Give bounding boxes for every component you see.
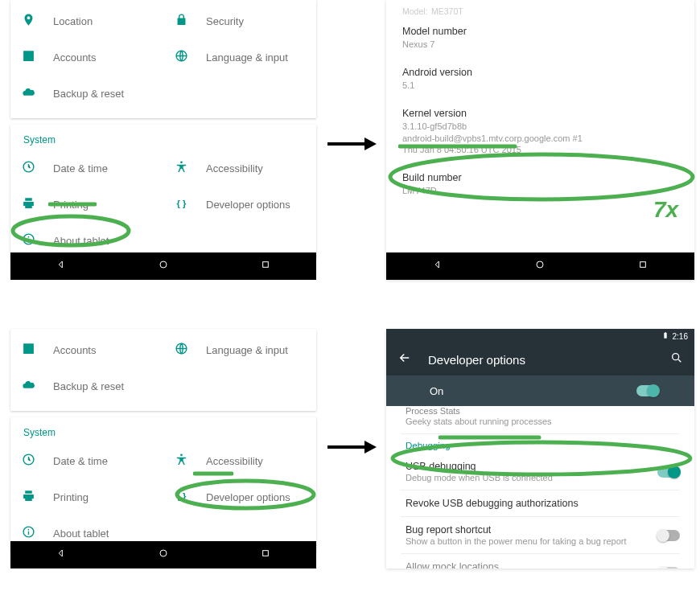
statusbar: 2:16 bbox=[386, 329, 694, 343]
info-icon bbox=[22, 525, 35, 542]
setting-backup[interactable]: Backup & reset bbox=[10, 76, 163, 112]
info-sub: 3.1.10-gf5d7b8b bbox=[402, 121, 678, 133]
nav-back-icon[interactable] bbox=[431, 258, 444, 274]
setting-label: Accounts bbox=[53, 51, 96, 64]
navbar bbox=[10, 252, 316, 280]
info-sub: Nexus 7 bbox=[402, 39, 678, 51]
printer-icon bbox=[22, 196, 35, 213]
back-arrow-icon[interactable] bbox=[397, 351, 412, 368]
usb-debugging-toggle[interactable] bbox=[657, 466, 680, 478]
settings-panel-2: Accounts Language & input Backup & reset… bbox=[10, 329, 316, 568]
info-title: Model number bbox=[402, 26, 678, 37]
about-panel: Model: ME370T Model number Nexus 7 Andro… bbox=[386, 0, 694, 280]
setting-label: Backup & reset bbox=[53, 88, 124, 100]
appbar-title: Developer options bbox=[428, 353, 670, 367]
braces-icon bbox=[175, 489, 188, 506]
dev-title: Revoke USB debugging authorizations bbox=[406, 498, 680, 509]
braces-icon bbox=[175, 196, 188, 213]
nav-back-icon[interactable] bbox=[55, 258, 68, 274]
dev-sub: Debug mode when USB is connected bbox=[406, 473, 657, 482]
lock-icon bbox=[175, 13, 188, 30]
nav-home-icon[interactable] bbox=[157, 258, 170, 274]
setting-language[interactable]: Language & input bbox=[163, 332, 316, 368]
annot-7x-label: 7x bbox=[653, 197, 678, 223]
setting-security[interactable]: Security bbox=[163, 3, 316, 39]
dev-sub: Geeky stats about running processes bbox=[406, 417, 680, 426]
setting-accessibility[interactable]: Accessibility bbox=[163, 150, 316, 187]
info-title: Build number bbox=[402, 172, 678, 183]
nav-home-icon[interactable] bbox=[533, 258, 546, 274]
setting-label: Developer options bbox=[206, 199, 290, 211]
clock-icon bbox=[22, 160, 35, 177]
setting-label: Location bbox=[53, 15, 93, 27]
globe-icon bbox=[175, 342, 188, 359]
section-header-system: System bbox=[10, 125, 316, 150]
bug-report-toggle[interactable] bbox=[657, 530, 680, 541]
setting-datetime[interactable]: Date & time bbox=[10, 150, 163, 187]
cloud-icon bbox=[22, 85, 35, 102]
accessibility-icon bbox=[175, 160, 188, 177]
setting-accessibility[interactable]: Accessibility bbox=[163, 443, 316, 479]
setting-label: Printing bbox=[53, 199, 89, 211]
setting-label: About tablet bbox=[53, 235, 109, 247]
navbar bbox=[386, 252, 694, 280]
setting-backup[interactable]: Backup & reset bbox=[10, 368, 163, 404]
setting-devoptions[interactable]: Developer options bbox=[163, 187, 316, 223]
dev-title-cut: Process Stats bbox=[406, 406, 680, 416]
clock-icon bbox=[22, 453, 35, 470]
svg-marker-11 bbox=[364, 137, 377, 150]
info-build-number[interactable]: Build number LMY47D bbox=[402, 164, 678, 205]
info-kernel-version[interactable]: Kernel version 3.1.10-gf5d7b8b android-b… bbox=[402, 100, 678, 165]
setting-location[interactable]: Location bbox=[10, 3, 163, 39]
nav-recent-icon[interactable] bbox=[636, 258, 649, 274]
setting-label: About tablet bbox=[53, 527, 109, 540]
setting-label: Accessibility bbox=[206, 162, 263, 174]
info-sub: android-build@vpbs1.mtv.corp.google.com … bbox=[402, 133, 678, 145]
setting-label: Developer options bbox=[206, 491, 290, 503]
model-header: Model: bbox=[402, 6, 428, 16]
setting-printing[interactable]: Printing bbox=[10, 187, 163, 223]
search-icon[interactable] bbox=[670, 351, 683, 367]
info-model-number[interactable]: Model number Nexus 7 bbox=[402, 18, 678, 59]
master-toggle-row[interactable]: On bbox=[386, 376, 694, 406]
nav-home-icon[interactable] bbox=[157, 547, 170, 563]
info-sub: Thu Jan 8 04:50:16 UTC 2015 bbox=[402, 144, 678, 156]
nav-recent-icon[interactable] bbox=[259, 547, 272, 563]
setting-accounts[interactable]: Accounts bbox=[10, 332, 163, 368]
dev-usb-debugging[interactable]: USB debugging Debug mode when USB is con… bbox=[401, 454, 680, 490]
arrow-1 bbox=[326, 135, 378, 153]
section-header-system: System bbox=[10, 417, 316, 443]
dev-title: Allow mock locations bbox=[406, 561, 657, 568]
arrow-2 bbox=[326, 438, 378, 456]
setting-label: Accounts bbox=[53, 344, 96, 356]
info-title: Android version bbox=[402, 67, 678, 78]
setting-language[interactable]: Language & input bbox=[163, 39, 316, 76]
info-sub: 5.1 bbox=[402, 80, 678, 92]
cloud-icon bbox=[22, 378, 35, 395]
setting-label: Backup & reset bbox=[53, 380, 124, 392]
mock-locations-toggle[interactable] bbox=[657, 567, 680, 569]
status-time: 2:16 bbox=[673, 332, 688, 341]
battery-icon bbox=[661, 331, 669, 341]
nav-recent-icon[interactable] bbox=[259, 258, 272, 274]
dev-mock-locations[interactable]: Allow mock locations Allow mock location… bbox=[401, 554, 680, 568]
setting-accounts[interactable]: Accounts bbox=[10, 39, 163, 76]
dev-title: USB debugging bbox=[406, 461, 657, 472]
dev-title: Bug report shortcut bbox=[406, 524, 657, 536]
dev-bug-report[interactable]: Bug report shortcut Show a button in the… bbox=[401, 517, 680, 554]
settings-panel-1: Location Security Accounts Language & in… bbox=[10, 0, 316, 280]
nav-back-icon[interactable] bbox=[55, 547, 68, 563]
accessibility-icon bbox=[175, 453, 188, 470]
setting-devoptions[interactable]: Developer options bbox=[163, 479, 316, 515]
devoptions-panel: 2:16 Developer options On Process Stats … bbox=[386, 329, 694, 568]
info-title: Kernel version bbox=[402, 108, 678, 119]
info-android-version[interactable]: Android version 5.1 bbox=[402, 59, 678, 100]
info-sub: LMY47D bbox=[402, 185, 678, 197]
master-toggle[interactable] bbox=[636, 385, 659, 396]
setting-printing[interactable]: Printing bbox=[10, 479, 163, 515]
setting-label: Security bbox=[206, 15, 244, 27]
setting-label: Language & input bbox=[206, 344, 288, 356]
setting-datetime[interactable]: Date & time bbox=[10, 443, 163, 479]
dev-revoke-auth[interactable]: Revoke USB debugging authorizations bbox=[401, 490, 680, 517]
info-icon bbox=[22, 232, 35, 249]
